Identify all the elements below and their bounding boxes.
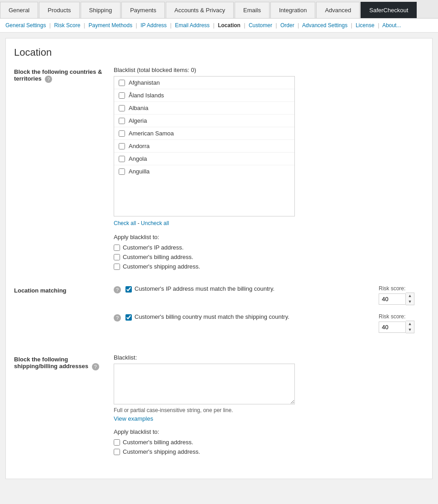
list-item: Algeria: [114, 115, 294, 127]
tab-accounts-privacy[interactable]: Accounts & Privacy: [166, 2, 234, 18]
subnav-order[interactable]: Order: [280, 22, 294, 29]
sub-nav: General Settings | Risk Score | Payment …: [0, 19, 438, 33]
spinner-down-2[interactable]: ▼: [406, 327, 414, 333]
subnav-ip-address[interactable]: IP Address: [140, 22, 167, 29]
uncheck-all-link[interactable]: Uncheck all: [141, 220, 169, 226]
block-countries-label: Block the following countries & territor…: [14, 67, 114, 273]
country-checkbox-andorra[interactable]: [119, 143, 125, 149]
ip-billing-checkbox[interactable]: [125, 286, 132, 293]
location-match-help-2[interactable]: ?: [114, 314, 121, 322]
apply-blacklist-section: Apply blacklist to: Customer's IP addres…: [114, 234, 424, 270]
view-examples-link[interactable]: View examples: [114, 415, 153, 422]
country-checkbox-anguilla[interactable]: [119, 168, 125, 175]
tab-general[interactable]: General: [0, 2, 38, 18]
block-countries-content: Blacklist (total blocked items: 0) Afgha…: [114, 67, 424, 273]
location-match-row-1: ? Customer's IP address must match the b…: [114, 285, 424, 305]
subnav-license[interactable]: License: [356, 22, 374, 29]
apply-shipping-option[interactable]: Customer's shipping address.: [114, 263, 424, 270]
list-item: Angola: [114, 153, 294, 165]
apply-ip-checkbox[interactable]: [114, 245, 120, 251]
country-checkbox-algeria[interactable]: [119, 118, 125, 124]
address-blacklist-textarea[interactable]: [114, 364, 295, 404]
apply-shipping-address-checkbox[interactable]: [114, 449, 120, 455]
risk-score-box-2: Risk score: ▲ ▼: [379, 313, 424, 333]
subnav-payment-methods[interactable]: Payment Methods: [89, 22, 133, 29]
subnav-customer[interactable]: Customer: [249, 22, 272, 29]
shipping-billing-content: Blacklist: Full or partial case-insensit…: [114, 354, 424, 458]
shipping-billing-section: Block the following shipping/billing add…: [14, 354, 424, 458]
top-tab-bar: General Products Shipping Payments Accou…: [0, 0, 438, 19]
spinner-2: ▲ ▼: [406, 321, 414, 333]
shipping-billing-help-icon[interactable]: ?: [92, 363, 99, 370]
subnav-advanced-settings[interactable]: Advanced Settings: [302, 22, 347, 29]
risk-score-box-1: Risk score: ▲ ▼: [379, 285, 424, 305]
list-item: Afghanistan: [114, 77, 294, 89]
block-countries-help-icon[interactable]: ?: [45, 76, 52, 83]
country-checkbox-aland[interactable]: [119, 92, 125, 99]
location-matching-section: Location matching ? Customer's IP addres…: [14, 285, 424, 341]
country-checkbox-afghanistan[interactable]: [119, 80, 125, 86]
subnav-general-settings[interactable]: General Settings: [5, 22, 46, 29]
location-matching-content: ? Customer's IP address must match the b…: [114, 285, 424, 341]
shipping-billing-label: Block the following shipping/billing add…: [14, 354, 114, 458]
blacklist-title: Blacklist (total blocked items: 0): [114, 67, 424, 73]
location-match-help-1[interactable]: ?: [114, 286, 121, 293]
list-item: Albania: [114, 102, 294, 115]
subnav-about[interactable]: About...: [382, 22, 401, 29]
apply-shipping-address-option[interactable]: Customer's shipping address.: [114, 448, 424, 455]
tab-safercheckout[interactable]: SaferCheckout: [361, 2, 417, 18]
list-item: American Samoa: [114, 127, 294, 140]
country-list[interactable]: Afghanistan Åland Islands Albania Algeri…: [114, 76, 295, 216]
address-blacklist-label: Blacklist:: [114, 354, 424, 361]
tab-integration[interactable]: Integration: [270, 2, 315, 18]
spinner-1: ▲ ▼: [406, 293, 414, 305]
address-hint-text: Full or partial case-insensitive string,…: [114, 407, 424, 413]
apply-billing-checkbox[interactable]: [114, 254, 120, 260]
ip-billing-match-option[interactable]: Customer's IP address must match the bil…: [125, 285, 374, 293]
tab-advanced[interactable]: Advanced: [316, 2, 360, 18]
risk-score-input-2[interactable]: [379, 322, 406, 333]
tab-payments[interactable]: Payments: [121, 2, 165, 18]
apply-address-blacklist-title: Apply blacklist to:: [114, 428, 424, 435]
main-content: Location Block the following countries &…: [5, 38, 433, 479]
page-title: Location: [14, 47, 424, 58]
apply-shipping-checkbox[interactable]: [114, 264, 120, 270]
check-all-link[interactable]: Check all: [114, 220, 136, 226]
apply-blacklist-title: Apply blacklist to:: [114, 234, 424, 240]
billing-shipping-match-option[interactable]: Customer's billing country must match th…: [125, 313, 374, 321]
tab-shipping[interactable]: Shipping: [81, 2, 121, 18]
spinner-down-1[interactable]: ▼: [406, 299, 414, 305]
tab-emails[interactable]: Emails: [235, 2, 270, 18]
apply-billing-option[interactable]: Customer's billing address.: [114, 254, 424, 260]
list-item: Andorra: [114, 140, 294, 153]
risk-score-input-1[interactable]: [379, 293, 406, 305]
list-item: Anguilla: [114, 165, 294, 178]
location-match-row-2: ? Customer's billing country must match …: [114, 313, 424, 333]
check-uncheck-controls: Check all - Uncheck all: [114, 220, 424, 226]
apply-billing-address-checkbox[interactable]: [114, 439, 120, 446]
subnav-email-address[interactable]: Email Address: [175, 22, 210, 29]
apply-address-blacklist-section: Apply blacklist to: Customer's billing a…: [114, 428, 424, 455]
subnav-risk-score[interactable]: Risk Score: [54, 22, 80, 29]
tab-products[interactable]: Products: [39, 2, 79, 18]
block-countries-section: Block the following countries & territor…: [14, 67, 424, 273]
country-checkbox-american-samoa[interactable]: [119, 130, 125, 137]
location-matching-label: Location matching: [14, 285, 114, 341]
country-checkbox-albania[interactable]: [119, 105, 125, 111]
apply-ip-address-option[interactable]: Customer's IP address.: [114, 244, 424, 251]
subnav-location-active: Location: [218, 22, 241, 29]
spinner-up-1[interactable]: ▲: [406, 293, 414, 299]
list-item: Åland Islands: [114, 89, 294, 102]
billing-shipping-checkbox[interactable]: [125, 314, 132, 321]
spinner-up-2[interactable]: ▲: [406, 321, 414, 327]
country-checkbox-angola[interactable]: [119, 156, 125, 162]
apply-billing-address-option[interactable]: Customer's billing address.: [114, 439, 424, 446]
